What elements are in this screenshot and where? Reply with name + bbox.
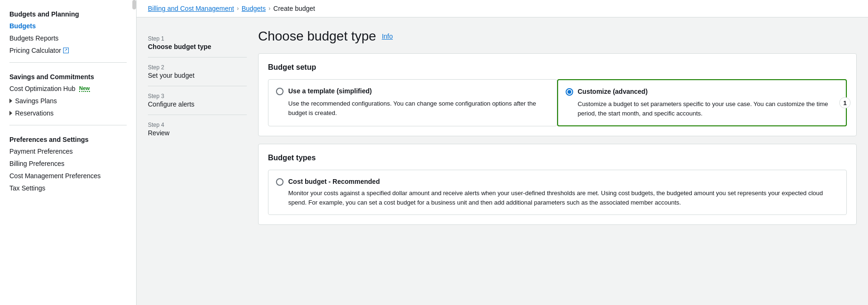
budget-type-cost-budget-desc: Monitor your costs against a specified d…: [276, 189, 839, 207]
sidebar-item-cost-optimization-hub[interactable]: Cost Optimization Hub New: [0, 82, 136, 95]
step-2: Step 2 Set your budget: [148, 58, 247, 86]
step-3-label: Step 3: [148, 93, 247, 99]
main-content: Billing and Cost Management › Budgets › …: [137, 0, 868, 305]
option-template-header: Use a template (simplified): [276, 87, 549, 95]
option-customize-title: Customize (advanced): [578, 88, 648, 95]
step-3-name: Configure alerts: [148, 100, 247, 108]
budget-option-template[interactable]: Use a template (simplified) Use the reco…: [268, 79, 557, 126]
sidebar-item-tax-settings[interactable]: Tax Settings: [0, 182, 136, 194]
budget-setup-title: Budget setup: [268, 63, 847, 72]
breadcrumb: Billing and Cost Management › Budgets › …: [137, 0, 868, 17]
breadcrumb-separator-1: ›: [237, 5, 239, 12]
chevron-right-icon: [9, 99, 12, 103]
scroll-indicator: [132, 0, 136, 9]
pricing-calculator-label: Pricing Calculator: [9, 47, 61, 54]
budget-options: Use a template (simplified) Use the reco…: [268, 79, 847, 126]
step-4: Step 4 Review: [148, 115, 247, 143]
breadcrumb-billing-and-cost-management[interactable]: Billing and Cost Management: [148, 5, 234, 12]
breadcrumb-budgets[interactable]: Budgets: [242, 5, 266, 12]
sidebar-item-savings-plans[interactable]: Savings Plans: [0, 95, 136, 107]
radio-customize: [566, 88, 573, 96]
sidebar-item-cost-management-preferences[interactable]: Cost Management Preferences: [0, 170, 136, 182]
budget-setup-card: Budget setup Use a template (simplified)…: [258, 53, 857, 136]
step-1: Step 1 Choose budget type: [148, 29, 247, 58]
reservations-label: Reservations: [15, 109, 54, 117]
sidebar-item-reservations[interactable]: Reservations: [0, 107, 136, 119]
budget-types-card: Budget types Cost budget - Recommended M…: [258, 144, 857, 225]
chevron-right-icon-2: [9, 111, 12, 115]
page-title-row: Choose budget type Info: [258, 29, 857, 44]
sidebar-item-payment-preferences[interactable]: Payment Preferences: [0, 145, 136, 157]
sidebar-section-preferences-and-settings: Preferences and Settings: [0, 131, 136, 145]
step-1-name: Choose budget type: [148, 43, 247, 50]
radio-inner-customize: [568, 90, 571, 94]
step-1-label: Step 1: [148, 35, 247, 42]
option-template-desc: Use the recommended configurations. You …: [276, 99, 549, 117]
radio-cost-budget: [276, 178, 284, 186]
breadcrumb-create-budget: Create budget: [273, 5, 315, 12]
page-title: Choose budget type: [258, 29, 376, 44]
budget-type-cost-budget-title: Cost budget - Recommended: [288, 178, 380, 185]
sidebar-divider-1: [9, 62, 127, 63]
radio-template: [276, 88, 284, 95]
step-4-label: Step 4: [148, 122, 247, 128]
sidebar-item-budgets-reports[interactable]: Budgets Reports: [0, 32, 136, 44]
page-content: Choose budget type Info Budget setup Use…: [258, 29, 857, 232]
option-customize-desc: Customize a budget to set parameters spe…: [566, 99, 839, 118]
sidebar-section-budgets-and-planning: Budgets and Planning: [0, 6, 136, 20]
savings-plans-label: Savings Plans: [15, 97, 57, 105]
budget-type-header: Cost budget - Recommended: [276, 178, 839, 186]
sidebar-item-budgets[interactable]: Budgets: [0, 20, 136, 32]
step-2-name: Set your budget: [148, 72, 247, 79]
sidebar-section-savings-and-commitments: Savings and Commitments: [0, 68, 136, 82]
option-customize-header: Customize (advanced): [566, 88, 839, 96]
sidebar-divider-2: [9, 125, 127, 125]
content-area: Step 1 Choose budget type Step 2 Set you…: [137, 17, 868, 244]
steps-panel: Step 1 Choose budget type Step 2 Set you…: [148, 29, 247, 232]
number-badge: 1: [839, 97, 851, 108]
sidebar-item-billing-preferences[interactable]: Billing Preferences: [0, 157, 136, 170]
option-template-title: Use a template (simplified): [288, 87, 372, 95]
sidebar: Budgets and Planning Budgets Budgets Rep…: [0, 0, 137, 305]
budget-types-title: Budget types: [268, 154, 847, 162]
budget-option-customize[interactable]: Customize (advanced) Customize a budget …: [557, 79, 847, 126]
info-link[interactable]: Info: [382, 33, 393, 40]
breadcrumb-separator-2: ›: [268, 5, 270, 12]
step-3: Step 3 Configure alerts: [148, 86, 247, 115]
step-4-name: Review: [148, 129, 247, 137]
cost-optimization-hub-label: Cost Optimization Hub: [9, 85, 75, 92]
new-badge: New: [79, 85, 90, 92]
sidebar-item-pricing-calculator[interactable]: Pricing Calculator: [0, 44, 136, 57]
budget-type-cost-budget[interactable]: Cost budget - Recommended Monitor your c…: [268, 170, 847, 215]
step-2-label: Step 2: [148, 64, 247, 71]
external-link-icon: [63, 48, 69, 53]
